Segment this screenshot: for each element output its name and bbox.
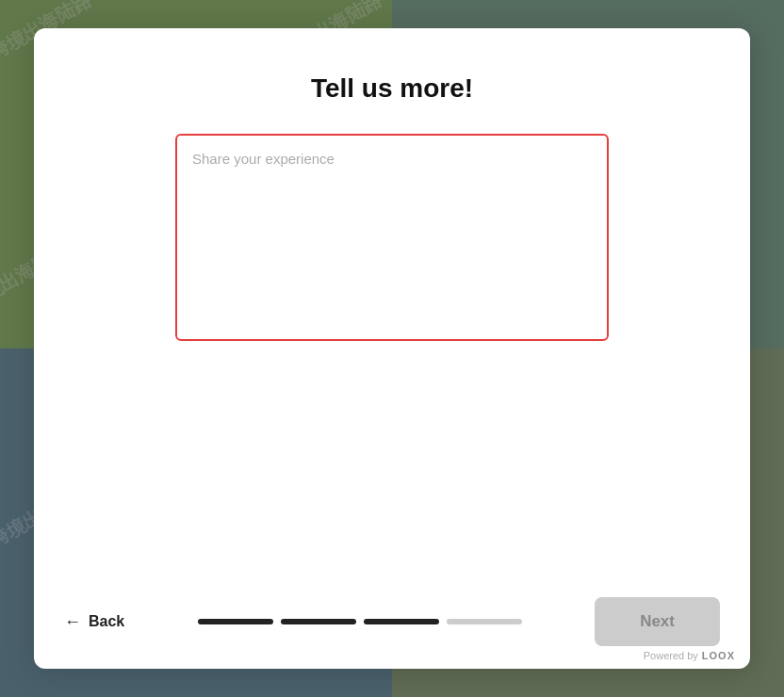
next-button[interactable]: Next <box>595 597 720 646</box>
loox-logo: LOOX <box>702 650 735 661</box>
modal-overlay: Tell us more! ← Back Next Powered by LOO… <box>0 0 784 697</box>
modal-title: Tell us more! <box>311 73 473 104</box>
progress-dot-4 <box>447 619 522 624</box>
progress-dot-1 <box>198 619 273 624</box>
experience-textarea[interactable] <box>175 134 609 341</box>
powered-by-label: Powered by <box>644 650 698 661</box>
progress-dot-3 <box>364 619 439 624</box>
progress-dots <box>198 619 522 624</box>
modal-dialog: Tell us more! ← Back Next Powered by LOO… <box>34 28 750 669</box>
back-arrow-icon: ← <box>64 612 81 632</box>
textarea-wrapper <box>175 134 609 345</box>
progress-dot-2 <box>281 619 356 624</box>
back-button[interactable]: ← Back <box>64 612 124 632</box>
back-label: Back <box>89 613 124 630</box>
powered-by: Powered by LOOX <box>644 650 735 661</box>
